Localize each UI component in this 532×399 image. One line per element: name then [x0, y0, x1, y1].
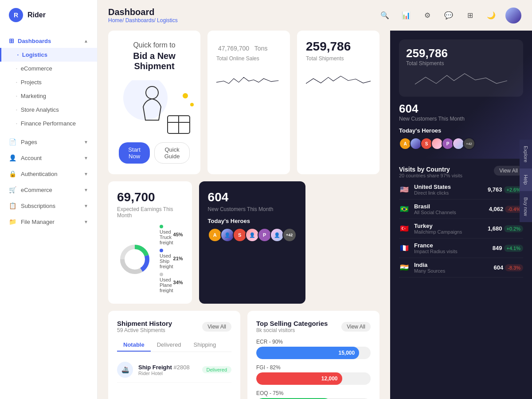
top-selling: Top Selling Categories 8k social visitor… — [247, 311, 379, 399]
start-now-button[interactable]: Start Now — [119, 142, 150, 164]
sidebar-item-store-analytics[interactable]: Store Analytics — [0, 103, 97, 117]
earnings-card: 69,700 Expected Earnings This Month — [108, 181, 192, 304]
app-name: Rider — [27, 11, 46, 19]
avatar-5: P — [258, 228, 272, 242]
breadcrumb: Home/ Dashboards/ Logistics — [108, 17, 178, 23]
sidebar-item-file-manager[interactable]: 📁File Manager ▼ — [0, 214, 97, 230]
country-stats-tr: 1,680 +0.2% — [488, 225, 523, 232]
avatar-4: 👤 — [245, 228, 259, 242]
settings-icon[interactable]: ⚙ — [420, 8, 434, 23]
earnings-value: 69,700 — [117, 190, 183, 204]
header-right: 🔍 📊 ⚙ 💬 ⊞ 🌙 — [378, 8, 521, 23]
avatar-6: 👤 — [270, 228, 284, 242]
content-area: Quick form to Bid a New Shipment — [98, 31, 532, 399]
flag-us: 🇺🇸 — [399, 186, 410, 194]
hero-illustration — [119, 80, 190, 133]
sidebar-item-logistics[interactable]: Logistics — [0, 48, 97, 62]
hero-card: Quick form to Bid a New Shipment — [108, 31, 200, 174]
grid-view-icon[interactable]: ⊞ — [463, 8, 477, 23]
user-avatar[interactable] — [505, 8, 521, 23]
shipment-title: Shipment History — [117, 320, 172, 327]
bottom-row: Shipment History 59 Active Shipments Vie… — [108, 311, 379, 399]
shipments-card: 259,786 Total Shipments — [297, 31, 379, 174]
online-sales-chart — [216, 69, 281, 93]
shipment-view-all[interactable]: View All — [202, 322, 231, 332]
country-info-in: India Many Sources — [414, 262, 489, 274]
country-subtitle: 20 countries share 97% visits — [399, 173, 462, 178]
bar-fgi: FGI - 82% 12,000 — [256, 364, 371, 385]
search-icon[interactable]: 🔍 — [378, 8, 392, 23]
top-selling-view-all[interactable]: View All — [341, 322, 371, 332]
flag-fr: 🇫🇷 — [399, 244, 410, 252]
tab-notable[interactable]: Notable — [117, 339, 151, 352]
sidebar-item-projects[interactable]: Projects — [0, 75, 97, 89]
customers-card: 604 New Customers This Month Today's Her… — [199, 181, 305, 304]
sidebar-item-ecommerce-nav[interactable]: 🛒eCommerce ▼ — [0, 182, 97, 198]
panel-top: 259,786 Total Shipments 604 New Customer… — [390, 31, 532, 159]
row-status: Delivered — [202, 366, 231, 373]
grid-icon: ⊞ — [9, 37, 14, 44]
sidebar-item-account[interactable]: 👤Account ▼ — [0, 150, 97, 166]
country-title: Visits by Country — [399, 166, 462, 173]
sidebar-item-ecommerce[interactable]: eCommerce — [0, 62, 97, 75]
bar-ecr: ECR - 90% 15,000 — [256, 339, 371, 359]
quick-guide-button[interactable]: Quick Guide — [154, 142, 190, 164]
sidebar-item-marketing[interactable]: Marketing — [0, 89, 97, 103]
side-tabs: Explore Help Buy now — [520, 140, 532, 222]
hero-title: Quick form to — [133, 41, 175, 49]
hero-subtitle: Bid a New Shipment — [119, 51, 190, 71]
side-tab-explore[interactable]: Explore — [520, 140, 532, 168]
country-row-br: 🇧🇷 Brasil All Social Channels 4,062 -0.4… — [399, 200, 523, 219]
shipment-subtitle: 59 Active Shipments — [117, 327, 172, 333]
online-sales-card: 47,769,700 Tons Total Online Sales — [207, 31, 290, 174]
header: Dashboard Home/ Dashboards/ Logistics 🔍 … — [98, 0, 532, 31]
p-avatar-more: +42 — [463, 137, 475, 150]
side-tab-help[interactable]: Help — [520, 168, 532, 191]
tab-delivered[interactable]: Delivered — [151, 339, 188, 352]
sidebar-item-pages[interactable]: 📄Pages ▼ — [0, 134, 97, 150]
top-selling-subtitle: 8k social visitors — [256, 327, 328, 333]
sidebar-item-authentication[interactable]: 🔒Authentication ▼ — [0, 166, 97, 182]
country-row-fr: 🇫🇷 France Impact Radius visits 849 +4.1% — [399, 239, 523, 258]
sidebar-item-finance[interactable]: Finance Performance — [0, 117, 97, 130]
svg-point-5 — [183, 93, 188, 98]
row-sub: Rider Hotel — [138, 371, 197, 376]
row-icon: 🚢 — [117, 362, 133, 378]
shipment-tabs: Notable Delivered Shipping — [117, 339, 231, 352]
country-info-fr: France Impact Radius visits — [414, 242, 488, 254]
panel-heroes-title: Today's Heroes — [399, 127, 523, 134]
shipments-value: 259,786 — [306, 39, 371, 54]
panel-avatars: A S P +42 — [399, 137, 523, 150]
row-info: Ship Freight #2808 Rider Hotel — [138, 364, 197, 376]
chart-icon[interactable]: 📊 — [399, 8, 413, 23]
country-view-all[interactable]: View All — [494, 166, 523, 176]
theme-icon[interactable]: 🌙 — [484, 8, 498, 23]
visits-by-country: Visits by Country 20 countries share 97%… — [390, 159, 532, 285]
panel-customers-area: 604 New Customers This Month Today's Her… — [399, 102, 523, 150]
shipment-header: Shipment History 59 Active Shipments Vie… — [117, 320, 231, 333]
avatar-more: +42 — [282, 228, 297, 242]
freight-chart: Used Truck freight 45% Used Ship freight… — [117, 224, 183, 295]
tab-shipping[interactable]: Shipping — [188, 339, 223, 352]
main-content: Dashboard Home/ Dashboards/ Logistics 🔍 … — [98, 0, 532, 399]
country-stats-br: 4,062 -0.4% — [489, 206, 523, 213]
top-cards-row: Quick form to Bid a New Shipment — [108, 31, 379, 174]
side-tab-buy-now[interactable]: Buy now — [520, 191, 532, 222]
heroes-avatars: A 👤 S 👤 P 👤 +42 — [208, 228, 297, 242]
country-header: Visits by Country 20 countries share 97%… — [399, 166, 523, 178]
logo[interactable]: R Rider — [0, 0, 97, 30]
dashboards-section: ⊞ Dashboards ▲ Logistics eCommerce Proje… — [0, 30, 97, 134]
sidebar-item-subscriptions[interactable]: 📋Subscriptions ▼ — [0, 198, 97, 214]
country-info-us: United States Direct link clicks — [414, 184, 483, 196]
table-row: 🚢 Ship Freight #2808 Rider Hotel Deliver… — [117, 357, 231, 383]
avatar-1: A — [208, 228, 222, 242]
heroes-title: Today's Heroes — [208, 218, 297, 224]
avatar-3: S — [233, 228, 247, 242]
message-icon[interactable]: 💬 — [442, 8, 456, 23]
page-title: Dashboard — [108, 7, 178, 17]
top-selling-header: Top Selling Categories 8k social visitor… — [256, 320, 371, 333]
dashboards-header[interactable]: ⊞ Dashboards ▲ — [0, 34, 97, 48]
row-name: Ship Freight #2808 — [138, 364, 197, 371]
mid-cards-row: 69,700 Expected Earnings This Month — [108, 181, 379, 304]
online-sales-value: 47,769,700 Tons — [216, 39, 281, 54]
